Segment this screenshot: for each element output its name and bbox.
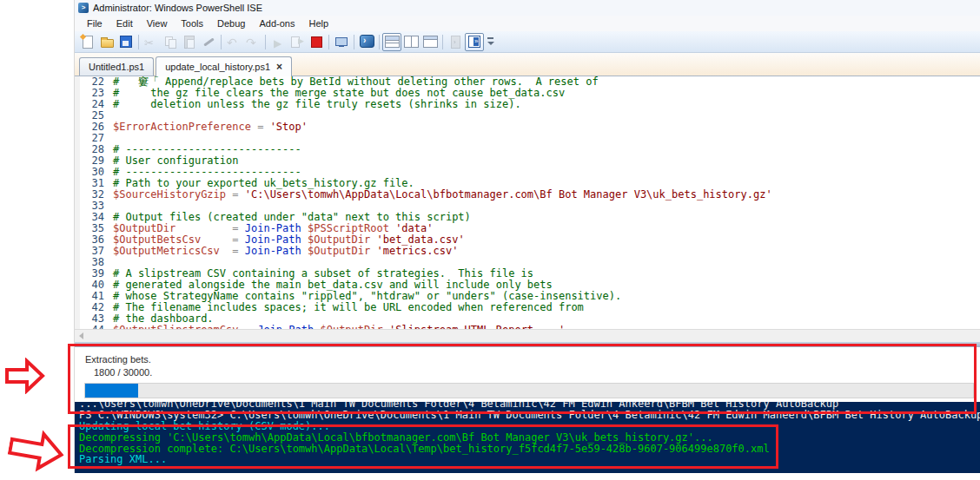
menu-item-view[interactable]: View bbox=[140, 17, 175, 30]
run-script-icon bbox=[271, 35, 285, 49]
start-powershell-exe-button[interactable] bbox=[357, 33, 376, 51]
menu-item-help[interactable]: Help bbox=[301, 17, 335, 30]
undo-button[interactable] bbox=[224, 33, 243, 51]
new-remote-powershell-tab-icon bbox=[334, 35, 348, 49]
new-script-icon bbox=[81, 35, 95, 49]
new-script-button[interactable] bbox=[78, 33, 97, 51]
show-script-pane-top-icon bbox=[385, 36, 400, 48]
show-script-pane-right-icon bbox=[404, 36, 419, 48]
toolbar-separator bbox=[265, 35, 266, 49]
undo-icon bbox=[227, 35, 241, 49]
toolbar-separator bbox=[221, 35, 222, 49]
code-line: 24# deletion unless the gz file truly re… bbox=[75, 99, 980, 110]
powershell-app-icon: > bbox=[78, 3, 89, 13]
code-text: $SourceHistoryGzip = 'C:\Users\tomwh\App… bbox=[113, 189, 772, 201]
show-script-pane-right-button[interactable] bbox=[401, 33, 420, 51]
code-text: $OutputSlipstreamCsv = Join-Path $Output… bbox=[113, 325, 565, 329]
menu-item-debug[interactable]: Debug bbox=[210, 17, 252, 30]
title-bar[interactable]: > Administrator: Windows PowerShell ISE bbox=[75, 0, 980, 16]
tab-update-local-history-ps1[interactable]: update_local_history.ps1× bbox=[156, 56, 292, 76]
run-selection-button[interactable] bbox=[288, 33, 307, 51]
tab-untitled1-ps1[interactable]: Untitled1.ps1 bbox=[79, 57, 154, 76]
tab-label: Untitled1.ps1 bbox=[89, 62, 144, 72]
annotation-arrow-console-icon bbox=[5, 424, 68, 477]
toolbar-separator bbox=[328, 35, 329, 49]
annotation-arrow-progress-icon bbox=[5, 358, 45, 394]
stop-operation-icon bbox=[309, 35, 323, 49]
clear-console-pane-button[interactable] bbox=[199, 33, 218, 51]
editor-horizontal-scrollbar[interactable] bbox=[75, 329, 980, 342]
script-editor-pane[interactable]: 22# 窶「 Append/replace bets by BetId with… bbox=[75, 76, 980, 329]
menu-item-add-ons[interactable]: Add-ons bbox=[252, 17, 301, 30]
annotation-box-progress bbox=[68, 344, 977, 414]
cut-icon bbox=[144, 35, 158, 49]
menu-item-tools[interactable]: Tools bbox=[174, 17, 210, 30]
toolbar-separator bbox=[379, 35, 380, 49]
toolbar-overflow-button[interactable] bbox=[486, 34, 496, 49]
run-script-button[interactable] bbox=[268, 33, 288, 51]
show-script-pane-maximized-button[interactable] bbox=[420, 33, 440, 51]
menu-item-edit[interactable]: Edit bbox=[109, 17, 140, 30]
show-command-window-button[interactable] bbox=[465, 33, 484, 51]
line-number: 44 bbox=[80, 325, 104, 329]
open-script-button[interactable] bbox=[97, 33, 116, 51]
start-powershell-exe-icon bbox=[360, 35, 374, 49]
toolbar-separator bbox=[138, 35, 139, 49]
show-command-addon-button[interactable] bbox=[446, 33, 465, 51]
code-text: $ErrorActionPreference = 'Stop' bbox=[113, 122, 308, 133]
show-script-pane-maximized-icon bbox=[423, 36, 438, 48]
code-line: 32$SourceHistoryGzip = 'C:\Users\tomwh\A… bbox=[75, 189, 980, 201]
show-script-pane-top-button[interactable] bbox=[382, 33, 401, 51]
tab-close-icon[interactable]: × bbox=[276, 62, 282, 71]
paste-button[interactable] bbox=[180, 33, 199, 51]
new-remote-powershell-tab-button[interactable] bbox=[332, 33, 351, 51]
menu-bar: FileEditViewToolsDebugAdd-onsHelp bbox=[75, 16, 980, 31]
annotation-box-console bbox=[68, 424, 778, 469]
scroll-left-arrow-icon[interactable] bbox=[75, 330, 88, 342]
paste-icon bbox=[182, 35, 196, 49]
open-script-icon bbox=[100, 35, 114, 49]
script-tab-strip: Untitled1.ps1update_local_history.ps1× bbox=[75, 53, 980, 76]
code-line: 26$ErrorActionPreference = 'Stop' bbox=[75, 122, 980, 133]
window-title: Administrator: Windows PowerShell ISE bbox=[93, 3, 262, 13]
show-command-addon-icon bbox=[448, 35, 462, 49]
save-script-button[interactable] bbox=[116, 33, 136, 51]
save-script-icon bbox=[119, 35, 133, 49]
copy-button[interactable] bbox=[161, 33, 180, 51]
tab-label: update_local_history.ps1 bbox=[165, 62, 270, 72]
redo-icon bbox=[246, 35, 260, 49]
toolbar bbox=[75, 31, 980, 53]
stop-operation-button[interactable] bbox=[307, 33, 326, 51]
code-text: # deletion unless the gz file truly rese… bbox=[113, 99, 521, 110]
clear-console-pane-icon bbox=[202, 35, 215, 49]
run-selection-icon bbox=[290, 35, 304, 49]
toolbar-separator bbox=[354, 35, 354, 49]
copy-icon bbox=[163, 35, 177, 49]
code-line: 37$OutputMetricsCsv = Join-Path $OutputD… bbox=[75, 246, 980, 257]
toolbar-separator bbox=[442, 35, 443, 49]
code-text: $OutputMetricsCsv = Join-Path $OutputDir… bbox=[113, 246, 458, 257]
redo-button[interactable] bbox=[243, 33, 262, 51]
cut-button[interactable] bbox=[142, 33, 161, 51]
menu-item-file[interactable]: File bbox=[80, 17, 109, 30]
show-command-window-icon bbox=[467, 35, 481, 49]
screenshot-stage: > Administrator: Windows PowerShell ISE … bbox=[0, 0, 980, 480]
code-line: 44$OutputSlipstreamCsv = Join-Path $Outp… bbox=[75, 325, 980, 329]
